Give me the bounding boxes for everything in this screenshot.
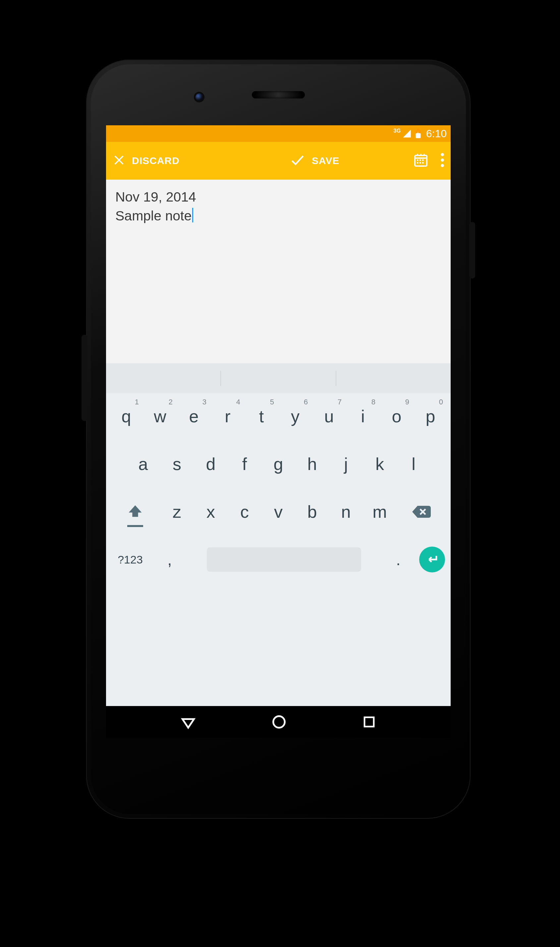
- soft-keyboard: q1w2e3r4t5y6u7i8o9p0 asdfghjkl zxcvbnm: [106, 393, 451, 585]
- symbols-key[interactable]: ?123: [109, 540, 152, 579]
- action-bar: DISCARD SAVE: [106, 142, 451, 180]
- svg-point-16: [273, 716, 285, 728]
- note-body-line: Sample note: [115, 206, 442, 225]
- nav-home-button[interactable]: [271, 713, 288, 731]
- page-root: 3G 6:10: [0, 0, 560, 947]
- keyboard-row-3: zxcvbnm: [109, 492, 448, 532]
- comma-key[interactable]: ,: [154, 540, 186, 579]
- backspace-key[interactable]: [398, 492, 445, 532]
- check-icon: [289, 152, 306, 170]
- battery-charging-icon: [415, 129, 422, 139]
- svg-rect-9: [422, 159, 423, 161]
- key-h[interactable]: h: [296, 444, 328, 484]
- svg-rect-11: [420, 162, 421, 163]
- shift-key[interactable]: [111, 492, 159, 532]
- discard-button[interactable]: DISCARD: [112, 153, 180, 168]
- discard-label: DISCARD: [132, 155, 180, 166]
- period-key[interactable]: .: [382, 540, 414, 579]
- note-date: Nov 19, 2014: [115, 188, 442, 206]
- key-j[interactable]: j: [330, 444, 362, 484]
- svg-point-6: [423, 154, 425, 155]
- key-x[interactable]: x: [195, 492, 227, 532]
- svg-rect-2: [417, 129, 420, 130]
- key-hint: 1: [135, 398, 139, 407]
- symbols-key-label: ?123: [118, 553, 143, 566]
- overflow-menu-icon[interactable]: [440, 153, 445, 169]
- svg-rect-7: [417, 159, 418, 161]
- key-w[interactable]: w2: [144, 396, 176, 436]
- signal-icon: [402, 129, 412, 138]
- suggestion-slot[interactable]: [220, 371, 335, 386]
- key-d[interactable]: d: [195, 444, 227, 484]
- key-v[interactable]: v: [262, 492, 294, 532]
- key-t[interactable]: t5: [246, 396, 277, 436]
- key-hint: 6: [304, 398, 308, 407]
- svg-point-5: [420, 154, 422, 155]
- space-key[interactable]: [188, 540, 380, 579]
- phone-body: 3G 6:10: [86, 60, 471, 819]
- key-k[interactable]: k: [364, 444, 395, 484]
- key-hint: 5: [270, 398, 274, 407]
- key-hint: 8: [371, 398, 375, 407]
- key-i[interactable]: i8: [347, 396, 379, 436]
- key-m[interactable]: m: [364, 492, 395, 532]
- svg-point-14: [441, 159, 444, 162]
- phone-front-camera: [195, 94, 203, 101]
- keyboard-row-4: ?123 , .: [109, 540, 448, 579]
- text-cursor: [192, 208, 193, 222]
- comma-key-label: ,: [167, 551, 172, 569]
- calendar-icon[interactable]: [413, 152, 429, 169]
- key-hint: 7: [338, 398, 342, 407]
- nav-recents-button[interactable]: [361, 714, 377, 730]
- key-hint: 4: [236, 398, 240, 407]
- note-editor[interactable]: Nov 19, 2014 Sample note: [106, 180, 451, 363]
- svg-rect-8: [420, 159, 421, 161]
- key-q[interactable]: q1: [110, 396, 142, 436]
- suggestion-slot[interactable]: [336, 371, 451, 386]
- key-n[interactable]: n: [330, 492, 362, 532]
- key-z[interactable]: z: [161, 492, 193, 532]
- key-hint: 0: [439, 398, 443, 407]
- key-e[interactable]: e3: [178, 396, 210, 436]
- enter-key[interactable]: [416, 540, 448, 579]
- keyboard-suggestion-strip[interactable]: [106, 363, 451, 393]
- key-u[interactable]: u7: [313, 396, 345, 436]
- android-nav-bar: [106, 706, 451, 738]
- status-time: 6:10: [426, 128, 447, 140]
- phone-speaker-grille: [252, 91, 305, 99]
- key-b[interactable]: b: [296, 492, 328, 532]
- key-o[interactable]: o9: [381, 396, 412, 436]
- key-a[interactable]: a: [127, 444, 159, 484]
- svg-point-15: [441, 164, 444, 167]
- key-hint: 3: [203, 398, 206, 407]
- save-button[interactable]: SAVE: [289, 152, 339, 170]
- svg-rect-12: [422, 162, 423, 163]
- phone-volume-rocker: [82, 335, 88, 421]
- key-y[interactable]: y6: [279, 396, 311, 436]
- save-label: SAVE: [312, 155, 339, 166]
- svg-rect-10: [417, 162, 418, 163]
- keyboard-row-2: asdfghjkl: [109, 444, 448, 484]
- key-g[interactable]: g: [262, 444, 294, 484]
- phone-power-button: [469, 222, 475, 279]
- status-network-label: 3G: [393, 128, 401, 134]
- close-icon: [112, 153, 126, 168]
- svg-point-13: [441, 153, 444, 157]
- keyboard-row-1: q1w2e3r4t5y6u7i8o9p0: [109, 396, 448, 436]
- note-body: Sample note: [115, 208, 192, 223]
- nav-back-button[interactable]: [180, 713, 197, 731]
- key-f[interactable]: f: [229, 444, 260, 484]
- key-hint: 9: [405, 398, 409, 407]
- period-key-label: .: [396, 551, 400, 569]
- key-s[interactable]: s: [161, 444, 193, 484]
- key-p[interactable]: p0: [415, 396, 446, 436]
- key-c[interactable]: c: [229, 492, 260, 532]
- key-r[interactable]: r4: [212, 396, 243, 436]
- status-bar: 3G 6:10: [106, 125, 451, 142]
- key-l[interactable]: l: [398, 444, 429, 484]
- svg-point-4: [417, 154, 418, 155]
- svg-rect-17: [365, 717, 374, 727]
- device-screen: 3G 6:10: [106, 125, 451, 738]
- key-hint: 2: [169, 398, 172, 407]
- suggestion-slot[interactable]: [106, 363, 220, 393]
